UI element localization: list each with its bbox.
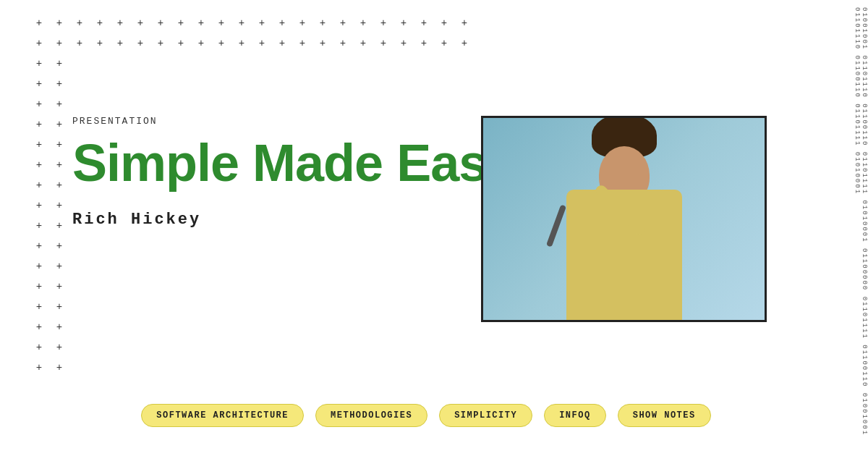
plus-cell: + (393, 33, 414, 54)
plus-cell: + (150, 13, 171, 33)
plus-row: ++++++++++++++++++++++ (29, 54, 492, 74)
plus-cell: + (49, 74, 69, 94)
plus-cell: + (69, 13, 90, 33)
plus-cell: + (29, 216, 49, 236)
plus-cell: + (29, 155, 49, 175)
plus-cell: + (191, 13, 211, 33)
tag-software-architecture[interactable]: SOFTWARE ARCHITECTURE (141, 404, 304, 427)
plus-row: ++++++++++++++++++++++ (29, 74, 492, 94)
plus-cell: + (292, 33, 312, 54)
plus-cell: + (373, 33, 393, 54)
plus-cell: + (90, 13, 110, 33)
plus-cell: + (414, 33, 434, 54)
plus-cell: + (150, 33, 171, 54)
plus-row: ++++++++++++++++++++++ (29, 94, 492, 114)
plus-cell: + (292, 13, 312, 33)
plus-cell: + (49, 33, 69, 54)
plus-cell: + (49, 54, 69, 74)
plus-cell: + (231, 13, 252, 33)
plus-cell: + (29, 195, 49, 216)
tag-simplicity[interactable]: SIMPLICITY (439, 404, 532, 427)
plus-cell: + (171, 33, 191, 54)
plus-cell: + (171, 13, 191, 33)
plus-cell: + (454, 33, 475, 54)
plus-cell: + (49, 358, 69, 378)
plus-cell: + (49, 155, 69, 175)
plus-cell: + (414, 13, 434, 33)
plus-cell: + (49, 216, 69, 236)
tag-show-notes[interactable]: SHOW NOTES (618, 404, 711, 427)
plus-cell: + (272, 13, 292, 33)
microphone (546, 204, 566, 247)
plus-cell: + (29, 256, 49, 276)
plus-row: ++++++++++++++++++++++ (29, 297, 492, 317)
plus-cell: + (49, 337, 69, 358)
plus-cell: + (454, 13, 475, 33)
video-thumbnail[interactable] (481, 116, 767, 322)
plus-cell: + (353, 33, 373, 54)
plus-cell: + (373, 13, 393, 33)
plus-cell: + (252, 33, 272, 54)
plus-cell: + (29, 74, 49, 94)
tag-methodologies[interactable]: METHODOLOGIES (315, 404, 427, 427)
plus-cell: + (333, 33, 353, 54)
plus-cell: + (191, 33, 211, 54)
plus-cell: + (49, 175, 69, 195)
plus-cell: + (434, 13, 454, 33)
tag-infoq[interactable]: INFOQ (544, 404, 606, 427)
plus-cell: + (393, 13, 414, 33)
plus-row: ++++++++++++++++++++++ (29, 276, 492, 297)
plus-cell: + (312, 33, 333, 54)
plus-cell: + (49, 94, 69, 114)
plus-cell: + (353, 13, 373, 33)
plus-cell: + (130, 13, 150, 33)
plus-row: ++++++++++++++++++++++ (29, 256, 492, 276)
plus-cell: + (49, 236, 69, 256)
plus-cell: + (49, 195, 69, 216)
plus-cell: + (211, 13, 231, 33)
plus-cell: + (29, 236, 49, 256)
plus-cell: + (29, 358, 49, 378)
binary-decoration: 01001001 01101110 01100110 01101111 0101… (852, 0, 868, 456)
plus-cell: + (231, 33, 252, 54)
plus-row: ++++++++++++++++++++++ (29, 358, 492, 378)
plus-row: ++++++++++++++++++++++ (29, 317, 492, 337)
plus-cell: + (90, 33, 110, 54)
plus-cell: + (49, 256, 69, 276)
plus-cell: + (49, 135, 69, 155)
plus-row: ++++++++++++++++++++++ (29, 33, 492, 54)
plus-row: ++++++++++++++++++++++ (29, 337, 492, 358)
plus-cell: + (29, 135, 49, 155)
plus-cell: + (49, 276, 69, 297)
plus-cell: + (29, 114, 49, 135)
plus-cell: + (110, 33, 130, 54)
plus-cell: + (312, 13, 333, 33)
plus-cell: + (29, 276, 49, 297)
tags-container: SOFTWARE ARCHITECTUREMETHODOLOGIESSIMPLI… (0, 404, 852, 427)
plus-row: ++++++++++++++++++++++ (29, 236, 492, 256)
plus-cell: + (252, 13, 272, 33)
plus-cell: + (69, 33, 90, 54)
plus-cell: + (29, 13, 49, 33)
plus-cell: + (29, 317, 49, 337)
plus-cell: + (29, 175, 49, 195)
plus-cell: + (49, 114, 69, 135)
plus-cell: + (49, 317, 69, 337)
plus-cell: + (211, 33, 231, 54)
plus-cell: + (333, 13, 353, 33)
plus-cell: + (130, 33, 150, 54)
plus-cell: + (29, 33, 49, 54)
plus-cell: + (29, 54, 49, 74)
plus-cell: + (434, 33, 454, 54)
plus-cell: + (29, 297, 49, 317)
plus-cell: + (110, 13, 130, 33)
plus-cell: + (29, 94, 49, 114)
plus-cell: + (272, 33, 292, 54)
plus-cell: + (49, 297, 69, 317)
plus-cell: + (29, 337, 49, 358)
thumbnail-content (483, 118, 765, 320)
plus-row: ++++++++++++++++++++++ (29, 13, 492, 33)
plus-cell: + (49, 13, 69, 33)
